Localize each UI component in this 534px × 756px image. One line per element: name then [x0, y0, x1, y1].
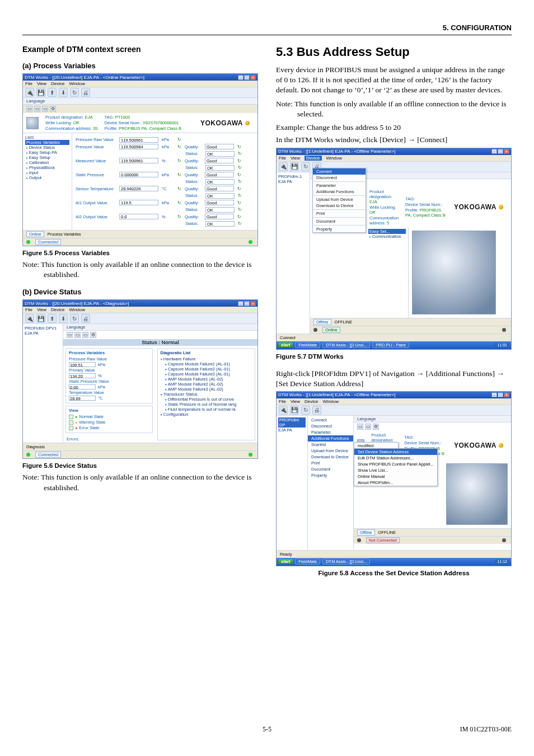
tree-item[interactable]: Easy Setup-PA: [25, 150, 69, 155]
gear-icon[interactable]: ⚙: [90, 332, 96, 338]
tree-item[interactable]: Calibration: [25, 160, 69, 165]
maximize-icon[interactable]: □: [498, 149, 503, 154]
tree-item[interactable]: PhysicalBlock: [25, 165, 69, 170]
refresh-icon[interactable]: ↻: [238, 179, 242, 184]
close-icon[interactable]: ×: [250, 75, 256, 80]
nav-tree[interactable]: Easy Set... Communication: [366, 227, 409, 318]
refresh-icon[interactable]: ↻: [177, 137, 181, 142]
refresh-icon[interactable]: ↻: [237, 158, 241, 163]
checkbox-icon[interactable]: [69, 415, 73, 419]
menu-download[interactable]: Download to Device: [308, 454, 353, 460]
menu-additional-functions[interactable]: Additional Functions: [313, 189, 366, 195]
menu-property[interactable]: Property: [313, 226, 366, 232]
menu-document[interactable]: Document: [308, 466, 353, 472]
nav-icon[interactable]: ▭: [26, 106, 32, 112]
menu-device[interactable]: Device: [51, 81, 64, 86]
nav-icon[interactable]: ▭: [67, 332, 73, 338]
submenu-set-address[interactable]: Set Device Station Address: [354, 449, 437, 455]
menu-window[interactable]: Window: [69, 81, 85, 86]
nav-item[interactable]: PROFIdtm DPV1: [25, 326, 61, 331]
submenu-about[interactable]: About PROFIdtm...: [354, 480, 437, 486]
refresh-icon[interactable]: ↻: [238, 151, 242, 156]
tool-save-icon[interactable]: 💾: [36, 314, 45, 323]
nav-icon[interactable]: ▭: [74, 332, 81, 338]
menu-view[interactable]: View: [37, 307, 46, 312]
close-icon[interactable]: ×: [504, 392, 509, 397]
maximize-icon[interactable]: □: [244, 75, 250, 80]
gear-icon[interactable]: ⚙: [50, 106, 56, 112]
gear-icon[interactable]: ⚙: [373, 424, 379, 430]
task-item[interactable]: FieldMate: [295, 558, 320, 565]
af-submenu[interactable]: Set Device Station Address Edit DTM Stat…: [354, 448, 438, 486]
menu-disconnect[interactable]: Disconnect: [313, 175, 366, 181]
menu-parameter[interactable]: Parameter: [308, 429, 353, 435]
menu-window[interactable]: Window: [69, 307, 85, 312]
menu-device[interactable]: Device: [305, 399, 318, 404]
nav-panel[interactable]: PROFIdtm-1 EJA PA: [277, 172, 310, 334]
nav-icon[interactable]: ▭: [82, 332, 88, 338]
task-item[interactable]: FieldMate: [295, 342, 320, 348]
tool-print-icon[interactable]: 🖨: [312, 406, 321, 415]
tool-up-icon[interactable]: ⬆: [48, 88, 57, 97]
submenu-control-panel[interactable]: Show PROFIBUS Control Panel Applet...: [354, 461, 437, 467]
submenu-online-manual[interactable]: Online Manual: [354, 473, 437, 480]
tool-down-icon[interactable]: ⬇: [59, 88, 68, 97]
tree-selected[interactable]: Process Variables: [25, 140, 69, 145]
refresh-icon[interactable]: ↻: [177, 172, 181, 177]
menu-document[interactable]: Document: [313, 218, 366, 224]
menu-connect[interactable]: Connect: [308, 417, 353, 423]
nav-tree[interactable]: List1 Process Variables Device Status Ea…: [23, 133, 72, 230]
menu-download[interactable]: Download to Device: [313, 203, 366, 209]
tool-down-icon[interactable]: ⬇: [59, 314, 68, 323]
tree-item[interactable]: Output: [25, 175, 69, 180]
nav-icon[interactable]: ▭: [365, 424, 371, 430]
menu-file[interactable]: File: [25, 307, 32, 312]
menu-parameter[interactable]: Parameter: [313, 182, 366, 189]
close-icon[interactable]: ×: [250, 301, 256, 306]
nav-item[interactable]: EJA PA: [278, 428, 306, 433]
submenu-live-list[interactable]: Show Live List...: [354, 467, 437, 473]
checkbox-icon[interactable]: [69, 426, 73, 430]
nav-panel[interactable]: PROFIdtm DPV1 EJA PA: [23, 324, 63, 443]
refresh-icon[interactable]: ↻: [177, 144, 181, 149]
refresh-icon[interactable]: ↻: [237, 214, 241, 219]
diagnostic-tree[interactable]: Diagnostic List Hardware Failure Capsure…: [157, 348, 256, 440]
tree-item[interactable]: Device Status: [25, 145, 69, 150]
tool-refresh-icon[interactable]: ↻: [70, 314, 79, 323]
menu-file[interactable]: File: [279, 399, 286, 404]
menu-file[interactable]: File: [279, 156, 286, 161]
tree-item[interactable]: Communication: [368, 234, 406, 239]
menu-view[interactable]: View: [291, 156, 300, 161]
taskbar[interactable]: start FieldMate DTM Assis - [[1:Und... P…: [277, 341, 511, 349]
refresh-icon[interactable]: ↻: [177, 186, 181, 191]
tool-save-icon[interactable]: 💾: [36, 88, 45, 97]
refresh-icon[interactable]: ↻: [177, 200, 181, 205]
close-icon[interactable]: ×: [504, 149, 509, 154]
minimize-icon[interactable]: –: [238, 301, 243, 306]
nav-item[interactable]: EJA PA: [25, 331, 61, 336]
minimize-icon[interactable]: –: [238, 75, 243, 80]
menu-view[interactable]: View: [291, 399, 300, 404]
refresh-icon[interactable]: ↻: [237, 172, 241, 177]
start-button[interactable]: start: [278, 559, 293, 564]
tool-connect-icon[interactable]: 🔌: [279, 162, 288, 171]
submenu-edit-addresses[interactable]: Edit DTM Station Addresses...: [354, 455, 437, 461]
maximize-icon[interactable]: □: [498, 392, 503, 397]
refresh-icon[interactable]: ↻: [238, 221, 242, 226]
tool-save-icon[interactable]: 💾: [290, 162, 299, 171]
refresh-icon[interactable]: ↻: [237, 144, 241, 149]
menu-window[interactable]: Window: [323, 399, 339, 404]
menu-property[interactable]: Property: [308, 472, 353, 478]
hw-failure[interactable]: Hardware Failure: [161, 356, 252, 361]
tool-refresh-icon[interactable]: ↻: [70, 88, 79, 97]
nav-item[interactable]: EJA PA: [278, 179, 308, 184]
refresh-icon[interactable]: ↻: [237, 186, 241, 191]
nav-item[interactable]: PROFIdtm-1: [278, 174, 308, 179]
refresh-icon[interactable]: ↻: [238, 207, 242, 212]
tool-print-icon[interactable]: 🖨: [81, 88, 90, 97]
transducer-status[interactable]: Transducer Status: [161, 392, 252, 397]
device-dropdown[interactable]: Connect Disconnect Parameter Additional …: [312, 168, 366, 233]
refresh-icon[interactable]: ↻: [177, 158, 181, 163]
minimize-icon[interactable]: –: [491, 392, 497, 397]
tool-print-icon[interactable]: 🖨: [81, 314, 90, 323]
